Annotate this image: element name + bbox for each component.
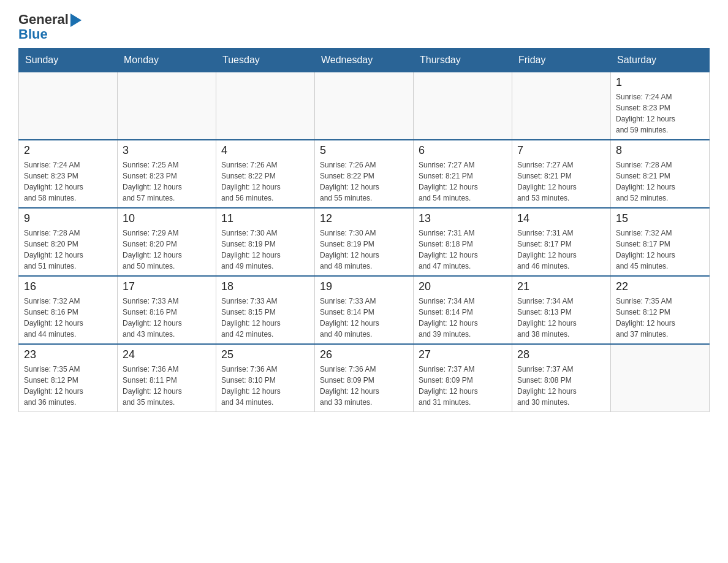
weekday-header-wednesday: Wednesday: [315, 48, 414, 72]
day-number: 6: [419, 144, 507, 157]
calendar-cell: [216, 72, 315, 140]
day-number: 24: [123, 348, 211, 361]
calendar-cell: 17Sunrise: 7:33 AM Sunset: 8:16 PM Dayli…: [118, 276, 216, 344]
day-info: Sunrise: 7:34 AM Sunset: 8:14 PM Dayligh…: [419, 296, 507, 340]
day-number: 9: [24, 212, 112, 225]
logo-blue: Blue: [18, 27, 69, 42]
calendar-cell: 16Sunrise: 7:32 AM Sunset: 8:16 PM Dayli…: [19, 276, 118, 344]
day-info: Sunrise: 7:29 AM Sunset: 8:20 PM Dayligh…: [123, 228, 211, 272]
calendar-cell: 21Sunrise: 7:34 AM Sunset: 8:13 PM Dayli…: [512, 276, 611, 344]
calendar-cell: 27Sunrise: 7:37 AM Sunset: 8:09 PM Dayli…: [414, 344, 512, 412]
day-info: Sunrise: 7:33 AM Sunset: 8:15 PM Dayligh…: [221, 296, 309, 340]
calendar-cell: 15Sunrise: 7:32 AM Sunset: 8:17 PM Dayli…: [611, 208, 710, 276]
calendar-cell: 7Sunrise: 7:27 AM Sunset: 8:21 PM Daylig…: [512, 140, 611, 208]
day-number: 19: [320, 280, 408, 293]
day-info: Sunrise: 7:31 AM Sunset: 8:17 PM Dayligh…: [517, 228, 605, 272]
day-info: Sunrise: 7:31 AM Sunset: 8:18 PM Dayligh…: [419, 228, 507, 272]
day-number: 16: [24, 280, 112, 293]
weekday-header-monday: Monday: [118, 48, 216, 72]
day-number: 5: [320, 144, 408, 157]
calendar-cell: 24Sunrise: 7:36 AM Sunset: 8:11 PM Dayli…: [118, 344, 216, 412]
calendar-cell: 5Sunrise: 7:26 AM Sunset: 8:22 PM Daylig…: [315, 140, 414, 208]
day-number: 13: [419, 212, 507, 225]
calendar-cell: 4Sunrise: 7:26 AM Sunset: 8:22 PM Daylig…: [216, 140, 315, 208]
day-info: Sunrise: 7:28 AM Sunset: 8:21 PM Dayligh…: [616, 159, 704, 204]
weekday-header-thursday: Thursday: [414, 48, 512, 72]
weekday-header-sunday: Sunday: [19, 48, 118, 72]
day-info: Sunrise: 7:37 AM Sunset: 8:09 PM Dayligh…: [419, 364, 507, 408]
day-number: 27: [419, 348, 507, 361]
day-number: 8: [616, 144, 704, 157]
calendar-cell: 26Sunrise: 7:36 AM Sunset: 8:09 PM Dayli…: [315, 344, 414, 412]
day-info: Sunrise: 7:37 AM Sunset: 8:08 PM Dayligh…: [517, 364, 605, 408]
calendar-cell: [315, 72, 414, 140]
weekday-header-tuesday: Tuesday: [216, 48, 315, 72]
calendar-week-row: 9Sunrise: 7:28 AM Sunset: 8:20 PM Daylig…: [19, 208, 710, 276]
day-info: Sunrise: 7:34 AM Sunset: 8:13 PM Dayligh…: [517, 296, 605, 340]
logo: General Blue: [18, 12, 82, 42]
day-info: Sunrise: 7:35 AM Sunset: 8:12 PM Dayligh…: [616, 296, 704, 340]
day-info: Sunrise: 7:24 AM Sunset: 8:23 PM Dayligh…: [24, 159, 112, 204]
calendar-week-row: 2Sunrise: 7:24 AM Sunset: 8:23 PM Daylig…: [19, 140, 710, 208]
day-info: Sunrise: 7:26 AM Sunset: 8:22 PM Dayligh…: [221, 159, 309, 204]
day-number: 15: [616, 212, 704, 225]
day-info: Sunrise: 7:27 AM Sunset: 8:21 PM Dayligh…: [419, 159, 507, 204]
page: General Blue SundayMondayTuesdayWednesda…: [0, 0, 728, 424]
calendar-cell: 23Sunrise: 7:35 AM Sunset: 8:12 PM Dayli…: [19, 344, 118, 412]
day-number: 1: [616, 76, 704, 89]
day-info: Sunrise: 7:36 AM Sunset: 8:11 PM Dayligh…: [123, 364, 211, 408]
day-info: Sunrise: 7:30 AM Sunset: 8:19 PM Dayligh…: [221, 228, 309, 272]
day-number: 20: [419, 280, 507, 293]
day-info: Sunrise: 7:25 AM Sunset: 8:23 PM Dayligh…: [123, 159, 211, 204]
calendar-cell: 14Sunrise: 7:31 AM Sunset: 8:17 PM Dayli…: [512, 208, 611, 276]
calendar-table: SundayMondayTuesdayWednesdayThursdayFrid…: [18, 48, 710, 412]
calendar-cell: 10Sunrise: 7:29 AM Sunset: 8:20 PM Dayli…: [118, 208, 216, 276]
calendar-cell: 8Sunrise: 7:28 AM Sunset: 8:21 PM Daylig…: [611, 140, 710, 208]
calendar-week-row: 23Sunrise: 7:35 AM Sunset: 8:12 PM Dayli…: [19, 344, 710, 412]
logo-general: General: [18, 12, 69, 27]
day-number: 11: [221, 212, 309, 225]
calendar-cell: 13Sunrise: 7:31 AM Sunset: 8:18 PM Dayli…: [414, 208, 512, 276]
calendar-cell: 12Sunrise: 7:30 AM Sunset: 8:19 PM Dayli…: [315, 208, 414, 276]
day-info: Sunrise: 7:32 AM Sunset: 8:16 PM Dayligh…: [24, 296, 112, 340]
calendar-cell: [19, 72, 118, 140]
calendar-cell: 28Sunrise: 7:37 AM Sunset: 8:08 PM Dayli…: [512, 344, 611, 412]
day-number: 10: [123, 212, 211, 225]
weekday-header-friday: Friday: [512, 48, 611, 72]
calendar-cell: 6Sunrise: 7:27 AM Sunset: 8:21 PM Daylig…: [414, 140, 512, 208]
day-number: 26: [320, 348, 408, 361]
calendar-cell: 1Sunrise: 7:24 AM Sunset: 8:23 PM Daylig…: [611, 72, 710, 140]
calendar-cell: 25Sunrise: 7:36 AM Sunset: 8:10 PM Dayli…: [216, 344, 315, 412]
day-info: Sunrise: 7:27 AM Sunset: 8:21 PM Dayligh…: [517, 159, 605, 204]
calendar-cell: [611, 344, 710, 412]
day-number: 12: [320, 212, 408, 225]
calendar-cell: 2Sunrise: 7:24 AM Sunset: 8:23 PM Daylig…: [19, 140, 118, 208]
day-number: 7: [517, 144, 605, 157]
weekday-header-saturday: Saturday: [611, 48, 710, 72]
day-info: Sunrise: 7:30 AM Sunset: 8:19 PM Dayligh…: [320, 228, 408, 272]
day-info: Sunrise: 7:33 AM Sunset: 8:16 PM Dayligh…: [123, 296, 211, 340]
svg-marker-0: [70, 13, 82, 27]
day-info: Sunrise: 7:33 AM Sunset: 8:14 PM Dayligh…: [320, 296, 408, 340]
day-number: 17: [123, 280, 211, 293]
day-info: Sunrise: 7:26 AM Sunset: 8:22 PM Dayligh…: [320, 159, 408, 204]
calendar-cell: 22Sunrise: 7:35 AM Sunset: 8:12 PM Dayli…: [611, 276, 710, 344]
day-number: 2: [24, 144, 112, 157]
calendar-cell: 9Sunrise: 7:28 AM Sunset: 8:20 PM Daylig…: [19, 208, 118, 276]
calendar-cell: 18Sunrise: 7:33 AM Sunset: 8:15 PM Dayli…: [216, 276, 315, 344]
header: General Blue: [18, 12, 710, 42]
calendar-cell: [118, 72, 216, 140]
day-number: 25: [221, 348, 309, 361]
calendar-cell: 11Sunrise: 7:30 AM Sunset: 8:19 PM Dayli…: [216, 208, 315, 276]
day-info: Sunrise: 7:35 AM Sunset: 8:12 PM Dayligh…: [24, 364, 112, 408]
day-number: 22: [616, 280, 704, 293]
day-info: Sunrise: 7:36 AM Sunset: 8:09 PM Dayligh…: [320, 364, 408, 408]
calendar-cell: 20Sunrise: 7:34 AM Sunset: 8:14 PM Dayli…: [414, 276, 512, 344]
weekday-header-row: SundayMondayTuesdayWednesdayThursdayFrid…: [19, 48, 710, 72]
day-number: 14: [517, 212, 605, 225]
calendar-cell: 19Sunrise: 7:33 AM Sunset: 8:14 PM Dayli…: [315, 276, 414, 344]
day-info: Sunrise: 7:28 AM Sunset: 8:20 PM Dayligh…: [24, 228, 112, 272]
day-info: Sunrise: 7:24 AM Sunset: 8:23 PM Dayligh…: [616, 91, 704, 136]
logo-arrow-icon: [70, 13, 82, 27]
day-number: 3: [123, 144, 211, 157]
